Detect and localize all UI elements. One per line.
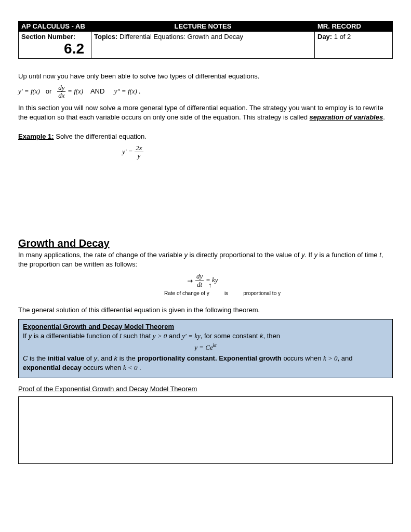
section-label: Section Number: (21, 33, 88, 41)
theorem-equation: y = Cekt (23, 342, 388, 352)
dx-den: dx (57, 92, 65, 99)
example1-line: Example 1: Solve the differential equati… (18, 132, 393, 141)
dy-dt-frac: dy dt (195, 273, 204, 288)
proof-box (18, 396, 393, 464)
eq-and: AND (90, 87, 104, 95)
growth-p1: In many applications, the rate of change… (18, 250, 393, 269)
day-cell: Day: 1 of 2 (315, 32, 393, 59)
proof-title: Proof of the Exponential Growth and Deca… (18, 384, 393, 394)
annot-rate: Rate of change of y (105, 290, 209, 296)
th-C: C (23, 354, 28, 362)
ex1-lhs: y′ = (122, 148, 133, 155)
eq-fx: = f(x) (68, 87, 83, 95)
ex1-num: 2x (135, 144, 143, 152)
example1-equation: y′ = 2x y (122, 144, 393, 160)
example1-label: Example 1: (18, 132, 54, 140)
topics-label: Topics: (94, 33, 117, 41)
intro-p1: Up until now you have only been able to … (18, 72, 393, 81)
header-table: AP CALCULUS - AB LECTURE NOTES MR. RECOR… (18, 21, 393, 59)
course-cell: AP CALCULUS - AB (19, 21, 91, 32)
theorem-line2: C is the initial value of y, and k is th… (23, 354, 388, 372)
theorem-box: Exponential Growth and Decay Model Theor… (18, 319, 393, 378)
th1d: , for some constant (201, 332, 260, 340)
day-value: 1 of 2 (332, 33, 351, 41)
eq-or-text: or (46, 87, 52, 95)
eq-y-double-prime: y″ = f(x) . (114, 87, 140, 95)
th-and: and (167, 332, 182, 340)
theorem-line1: If y is a differentiable function of t s… (23, 331, 388, 341)
th2i: occurs when (82, 364, 123, 371)
th2e: is the (117, 354, 137, 362)
th-cond2: y′ = ky (182, 332, 200, 340)
th-expd: exponential decay (23, 364, 82, 371)
gp1a: In many applications, the rate of change… (18, 251, 184, 259)
ky-rhs: = ky (206, 276, 218, 284)
eq-or (42, 87, 46, 95)
growth-p2: The general solution of this differentia… (18, 305, 393, 315)
th-init: initial value (48, 354, 85, 362)
example1-text: Solve the differential equation. (54, 132, 147, 140)
lecture-cell: LECTURE NOTES (91, 21, 315, 32)
intro-period: . (383, 113, 385, 121)
th1c: such that (122, 332, 153, 340)
day-label: Day: (317, 33, 332, 41)
th1e: , then (263, 332, 280, 340)
th1a: If (23, 332, 29, 340)
dy-num: dy (57, 84, 65, 92)
annot-is: is (211, 290, 242, 296)
annotation-row: Rate of change of y is proportional to y (18, 290, 393, 296)
section-number: 6.2 (21, 41, 88, 57)
gp1b: is directly proportional to the value of (188, 251, 301, 259)
topics-value: Differential Equations: Growth and Decay (117, 33, 243, 41)
intro-equation-line: y′ = f(x) or dy dx = f(x) AND y″ = f(x) … (18, 84, 393, 100)
separation-of-variables: separation of variables (310, 113, 383, 121)
eq-y-prime: y′ = f(x) (18, 87, 40, 95)
ex1-den: y (135, 152, 143, 159)
th-eq-base: y = Ce (194, 343, 213, 351)
arrow-left-icon: ↗ (186, 276, 195, 285)
gp1c: . If (304, 251, 314, 259)
theorem-title: Exponential Growth and Decay Model Theor… (23, 323, 388, 330)
teacher-cell: MR. RECORD (315, 21, 393, 32)
intro-p2: In this section you will now solve a mor… (18, 103, 393, 122)
ky-equation: ↗ dy dt = ky ↑ (18, 273, 393, 288)
th2c: of (85, 354, 94, 362)
ex1-frac: 2x y (135, 144, 143, 160)
annot-prop: proportional to y (243, 290, 306, 296)
gp1d: is a function of time (317, 251, 379, 259)
th2g: occurs when (282, 354, 323, 362)
th-kgt0: k > 0 (323, 354, 338, 362)
th2d: , and (97, 354, 114, 362)
growth-decay-title: Growth and Decay (18, 237, 393, 249)
th-eq-exp: kt (213, 342, 217, 348)
th-prop: proportionality constant. (137, 354, 217, 362)
th2j: . (137, 364, 141, 371)
dy-dx-frac: dy dx (57, 84, 65, 100)
th-cond1: y > 0 (153, 332, 167, 340)
th2h: , and (338, 354, 353, 362)
arrow-mid-icon: ↑ (208, 281, 212, 289)
dy-num2: dy (195, 273, 204, 281)
topics-cell: Topics: Differential Equations: Growth a… (91, 32, 315, 59)
section-cell: Section Number: 6.2 (19, 32, 91, 59)
th2b: is the (28, 354, 47, 362)
th1b: is a differentiable function of (32, 332, 120, 340)
th-expg: Exponential growth (219, 354, 282, 362)
th-klt0: k < 0 (123, 364, 138, 371)
dt-den: dt (195, 281, 204, 288)
